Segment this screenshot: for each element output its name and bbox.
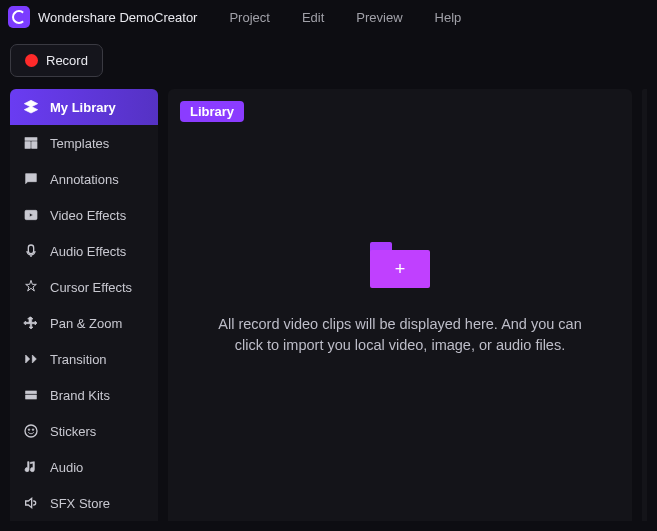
svg-point-6 bbox=[25, 425, 37, 437]
sidebar-item-label: Templates bbox=[50, 136, 109, 151]
main-panel: Library + All record video clips will be… bbox=[168, 89, 632, 521]
sidebar-item-label: Pan & Zoom bbox=[50, 316, 122, 331]
svg-rect-0 bbox=[25, 138, 37, 141]
sidebar-item-cursor-effects[interactable]: Cursor Effects bbox=[10, 269, 158, 305]
app-title: Wondershare DemoCreator bbox=[38, 10, 197, 25]
app-logo-icon bbox=[8, 6, 30, 28]
sidebar-item-label: SFX Store bbox=[50, 496, 110, 511]
sidebar-item-annotations[interactable]: Annotations bbox=[10, 161, 158, 197]
sidebar-item-label: Video Effects bbox=[50, 208, 126, 223]
sidebar-item-label: Annotations bbox=[50, 172, 119, 187]
sidebar-item-pan-zoom[interactable]: Pan & Zoom bbox=[10, 305, 158, 341]
menu-preview[interactable]: Preview bbox=[356, 10, 402, 25]
audio-icon bbox=[22, 458, 40, 476]
menu-help[interactable]: Help bbox=[435, 10, 462, 25]
brand-kits-icon bbox=[22, 386, 40, 404]
svg-rect-2 bbox=[32, 142, 37, 149]
annotations-icon bbox=[22, 170, 40, 188]
toolbar: Record bbox=[0, 34, 657, 89]
sidebar-item-my-library[interactable]: My Library bbox=[10, 89, 158, 125]
sidebar-item-sfx-store[interactable]: SFX Store bbox=[10, 485, 158, 521]
sidebar-item-audio-effects[interactable]: Audio Effects bbox=[10, 233, 158, 269]
layers-icon bbox=[22, 98, 40, 116]
tab-library[interactable]: Library bbox=[180, 101, 244, 122]
sidebar-item-label: Audio bbox=[50, 460, 83, 475]
stickers-icon bbox=[22, 422, 40, 440]
record-button[interactable]: Record bbox=[10, 44, 103, 77]
menu-project[interactable]: Project bbox=[229, 10, 269, 25]
svg-point-8 bbox=[32, 429, 34, 431]
plus-icon: + bbox=[395, 260, 406, 278]
transition-icon bbox=[22, 350, 40, 368]
sfx-store-icon bbox=[22, 494, 40, 512]
top-bar: Wondershare DemoCreator Project Edit Pre… bbox=[0, 0, 657, 34]
sidebar-item-label: Brand Kits bbox=[50, 388, 110, 403]
templates-icon bbox=[22, 134, 40, 152]
empty-state: + All record video clips will be display… bbox=[180, 242, 620, 356]
sidebar-item-label: Cursor Effects bbox=[50, 280, 132, 295]
cursor-effects-icon bbox=[22, 278, 40, 296]
sidebar-item-templates[interactable]: Templates bbox=[10, 125, 158, 161]
sidebar-item-video-effects[interactable]: Video Effects bbox=[10, 197, 158, 233]
sidebar-item-transition[interactable]: Transition bbox=[10, 341, 158, 377]
sidebar-item-brand-kits[interactable]: Brand Kits bbox=[10, 377, 158, 413]
svg-rect-1 bbox=[25, 142, 30, 149]
sidebar-item-label: My Library bbox=[50, 100, 116, 115]
audio-effects-icon bbox=[22, 242, 40, 260]
workspace: My Library Templates Annotations Video E… bbox=[0, 89, 657, 521]
sidebar: My Library Templates Annotations Video E… bbox=[10, 89, 158, 521]
sidebar-item-audio[interactable]: Audio bbox=[10, 449, 158, 485]
svg-rect-4 bbox=[26, 391, 37, 394]
svg-rect-5 bbox=[26, 395, 37, 399]
pan-zoom-icon bbox=[22, 314, 40, 332]
empty-state-text: All record video clips will be displayed… bbox=[210, 314, 590, 356]
record-icon bbox=[25, 54, 38, 67]
sidebar-item-label: Stickers bbox=[50, 424, 96, 439]
menu-bar: Project Edit Preview Help bbox=[229, 10, 461, 25]
sidebar-item-stickers[interactable]: Stickers bbox=[10, 413, 158, 449]
record-label: Record bbox=[46, 53, 88, 68]
right-panel-edge bbox=[642, 89, 647, 521]
sidebar-item-label: Transition bbox=[50, 352, 107, 367]
svg-point-7 bbox=[28, 429, 30, 431]
import-folder-button[interactable]: + bbox=[370, 242, 430, 288]
sidebar-item-label: Audio Effects bbox=[50, 244, 126, 259]
menu-edit[interactable]: Edit bbox=[302, 10, 324, 25]
video-effects-icon bbox=[22, 206, 40, 224]
